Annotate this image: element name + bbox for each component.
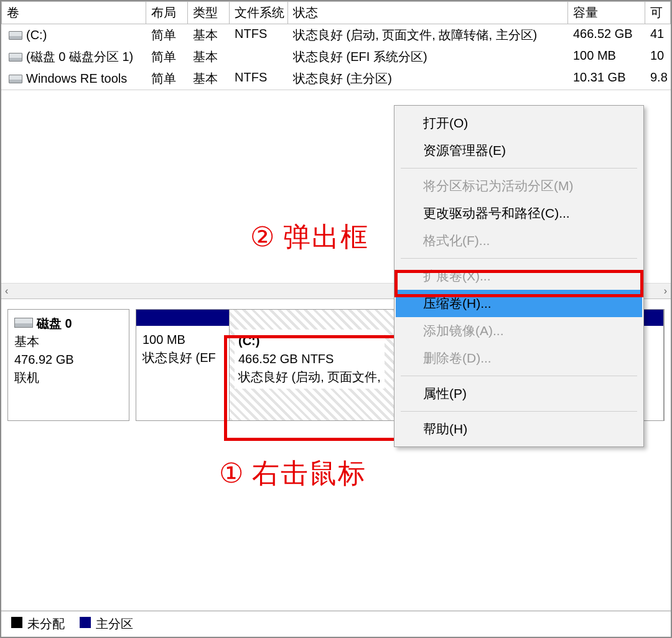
- drive-icon: [9, 31, 22, 40]
- vol-type: 基本: [188, 47, 230, 67]
- col-filesystem[interactable]: 文件系统: [230, 1, 288, 24]
- vol-fs: NTFS: [230, 69, 288, 88]
- vol-cap: 100 MB: [568, 47, 645, 67]
- vol-name: (磁盘 0 磁盘分区 1): [26, 49, 133, 65]
- menu-separator: [401, 376, 637, 376]
- vol-status: 状态良好 (EFI 系统分区): [288, 47, 568, 67]
- drive-icon: [9, 75, 22, 83]
- volume-row[interactable]: (C:) 简单 基本 NTFS 状态良好 (启动, 页面文件, 故障转储, 主分…: [1, 24, 671, 46]
- disk-icon: [14, 318, 33, 328]
- vol-cap: 466.52 GB: [568, 25, 645, 45]
- part-label: (C:): [238, 332, 381, 350]
- vol-status: 状态良好 (启动, 页面文件, 故障转储, 主分区): [288, 25, 568, 45]
- partition-efi[interactable]: 100 MB 状态良好 (EF: [136, 310, 230, 420]
- part-line2: 466.52 GB NTFS: [238, 350, 381, 368]
- col-free[interactable]: 可: [645, 1, 671, 24]
- legend-swatch-primary: [80, 617, 91, 628]
- menu-format: 格式化(F)...: [396, 227, 642, 254]
- vol-free: 9.8: [645, 69, 671, 88]
- vol-cap: 10.31 GB: [568, 69, 645, 88]
- vol-name: (C:): [26, 28, 47, 42]
- volume-table-header: 卷 布局 类型 文件系统 状态 容量 可: [1, 1, 671, 24]
- menu-mirror: 添加镜像(A)...: [396, 317, 642, 344]
- part-size: 100 MB: [142, 331, 223, 349]
- vol-layout: 简单: [146, 47, 188, 67]
- menu-mark-active: 将分区标记为活动分区(M): [396, 172, 642, 200]
- legend: 未分配 主分区: [1, 611, 671, 637]
- col-volume[interactable]: 卷: [1, 1, 146, 24]
- volume-table: 卷 布局 类型 文件系统 状态 容量 可 (C:) 简单 基本 NTFS 状态良…: [1, 1, 671, 90]
- vol-name: Windows RE tools: [26, 72, 127, 86]
- menu-separator: [401, 168, 637, 169]
- vol-fs: [230, 47, 288, 67]
- menu-extend: 扩展卷(X)...: [396, 262, 642, 290]
- vol-free: 10: [645, 47, 671, 67]
- menu-change-letter[interactable]: 更改驱动器号和路径(C)...: [396, 200, 642, 227]
- menu-separator: [401, 258, 637, 259]
- disk-type: 基本: [14, 333, 123, 351]
- legend-swatch-unallocated: [11, 617, 22, 628]
- context-menu: 打开(O) 资源管理器(E) 将分区标记为活动分区(M) 更改驱动器号和路径(C…: [394, 105, 644, 447]
- volume-row[interactable]: (磁盘 0 磁盘分区 1) 简单 基本 状态良好 (EFI 系统分区) 100 …: [1, 46, 671, 68]
- disk-info-box[interactable]: 磁盘 0 基本 476.92 GB 联机: [7, 309, 129, 421]
- menu-shrink[interactable]: 压缩卷(H)...: [396, 290, 642, 317]
- drive-icon: [9, 53, 22, 62]
- annotation-number-2: ②: [250, 221, 276, 252]
- menu-help[interactable]: 帮助(H): [396, 415, 642, 443]
- legend-unallocated: 未分配: [27, 617, 65, 631]
- vol-layout: 简单: [146, 25, 188, 45]
- vol-fs: NTFS: [230, 25, 288, 45]
- annotation-number-1: ①: [219, 457, 245, 489]
- col-capacity[interactable]: 容量: [568, 1, 645, 24]
- part-line3: 状态良好 (启动, 页面文件,: [238, 368, 381, 386]
- vol-type: 基本: [188, 25, 230, 45]
- legend-primary: 主分区: [96, 617, 133, 631]
- menu-separator: [401, 411, 637, 412]
- disk-state: 联机: [14, 369, 123, 387]
- menu-properties[interactable]: 属性(P): [396, 380, 642, 407]
- col-status[interactable]: 状态: [288, 1, 568, 24]
- menu-delete: 删除卷(D)...: [396, 344, 642, 372]
- annotation-rightclick: ①右击鼠标: [219, 455, 366, 492]
- vol-layout: 简单: [146, 69, 188, 88]
- annotation-popup: ②弹出框: [250, 219, 369, 256]
- menu-open[interactable]: 打开(O): [396, 109, 642, 137]
- disk-size: 476.92 GB: [14, 351, 123, 369]
- vol-status: 状态良好 (主分区): [288, 69, 568, 88]
- disk-name: 磁盘 0: [37, 317, 72, 330]
- vol-free: 41: [645, 25, 671, 45]
- menu-explorer[interactable]: 资源管理器(E): [396, 137, 642, 164]
- scroll-right-icon[interactable]: ›: [664, 285, 667, 297]
- col-type[interactable]: 类型: [188, 1, 230, 24]
- volume-row[interactable]: Windows RE tools 简单 基本 NTFS 状态良好 (主分区) 1…: [1, 68, 671, 90]
- vol-type: 基本: [188, 69, 230, 88]
- part-status: 状态良好 (EF: [142, 349, 223, 367]
- col-layout[interactable]: 布局: [146, 1, 188, 24]
